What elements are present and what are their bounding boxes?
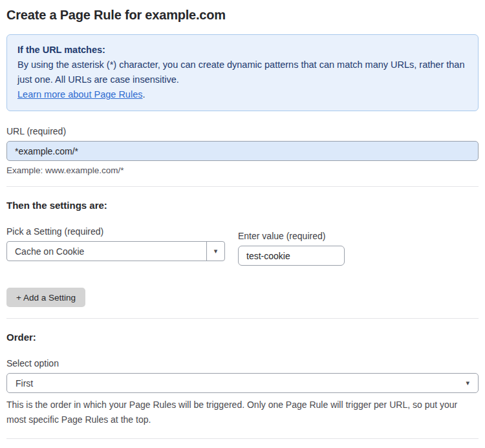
chevron-down-icon: ▾ — [466, 379, 469, 387]
order-select[interactable]: First ▾ — [6, 373, 479, 393]
order-select-value: First — [16, 378, 33, 389]
info-box-heading: If the URL matches: — [17, 43, 468, 58]
setting-dropdown-value: Cache on Cookie — [7, 242, 206, 261]
url-label: URL (required) — [6, 126, 479, 136]
add-setting-button[interactable]: + Add a Setting — [6, 288, 85, 307]
select-option-label: Select option — [6, 358, 479, 368]
enter-value-group: Enter value (required) — [238, 231, 345, 266]
info-box-body: By using the asterisk (*) character, you… — [17, 58, 468, 87]
pick-setting-label: Pick a Setting (required) — [6, 226, 225, 237]
settings-heading: Then the settings are: — [6, 200, 479, 211]
enter-value-label: Enter value (required) — [238, 231, 345, 241]
order-helper: This is the order in which your Page Rul… — [6, 398, 472, 427]
order-heading: Order: — [6, 332, 479, 343]
url-match-info-box: If the URL matches: By using the asteris… — [6, 34, 479, 111]
pick-setting-group: Pick a Setting (required) Cache on Cooki… — [6, 226, 225, 261]
info-box-link-line: Learn more about Page Rules. — [17, 87, 468, 102]
url-input[interactable] — [6, 141, 479, 161]
page-title: Create a Page Rule for example.com — [6, 8, 479, 23]
info-link-period: . — [142, 89, 145, 100]
divider — [6, 318, 479, 319]
learn-more-link[interactable]: Learn more about Page Rules — [17, 89, 142, 100]
page-rule-form: Create a Page Rule for example.com If th… — [0, 0, 485, 448]
chevron-down-icon: ▾ — [214, 247, 218, 255]
divider — [6, 438, 479, 439]
dropdown-arrow-button[interactable]: ▾ — [206, 242, 224, 261]
divider — [6, 186, 479, 187]
setting-dropdown[interactable]: Cache on Cookie ▾ — [6, 241, 225, 261]
url-helper: Example: www.example.com/* — [6, 165, 479, 175]
setting-value-input[interactable] — [238, 246, 345, 266]
url-field-group: URL (required) Example: www.example.com/… — [6, 126, 479, 175]
settings-row: Pick a Setting (required) Cache on Cooki… — [6, 226, 479, 266]
